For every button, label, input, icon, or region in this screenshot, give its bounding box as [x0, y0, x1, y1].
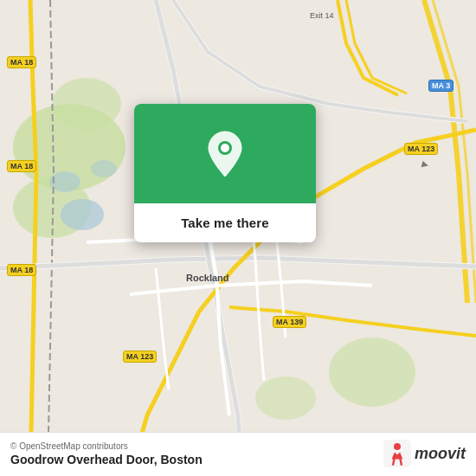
svg-point-6 — [91, 160, 117, 177]
town-label: Rockland — [186, 273, 229, 283]
location-pin-icon — [204, 130, 246, 178]
popup-card: Take me there — [134, 104, 316, 242]
road-badge-ma139: MA 139 — [273, 316, 306, 328]
place-title: Goodrow Overhead Door, Boston — [10, 453, 203, 466]
bottom-bar: © OpenStreetMap contributors Goodrow Ove… — [0, 432, 476, 476]
svg-point-10 — [221, 144, 229, 152]
map-container: MA 18 MA 18 MA 18 MA 123 MA 123 MA 139 M… — [0, 0, 476, 476]
svg-point-3 — [52, 78, 121, 130]
road-badge-ma18-bot: MA 18 — [7, 264, 36, 276]
svg-point-12 — [394, 443, 401, 450]
road-badge-ma123-bot: MA 123 — [123, 351, 157, 363]
popup-green-area — [134, 104, 316, 203]
svg-point-4 — [61, 199, 104, 230]
road-badge-ma18-mid: MA 18 — [7, 160, 36, 172]
moovit-icon — [383, 440, 411, 467]
exit-label: Exit 14 — [310, 11, 334, 20]
svg-point-7 — [329, 338, 415, 407]
road-badge-ma3: MA 3 — [428, 80, 453, 92]
attribution-text: © OpenStreetMap contributors — [10, 441, 203, 451]
road-badge-ma123-right: MA 123 — [404, 143, 438, 155]
svg-point-8 — [255, 376, 316, 420]
road-badge-ma18-top: MA 18 — [7, 56, 36, 68]
moovit-text: moovit — [415, 445, 466, 463]
moovit-logo: moovit — [383, 440, 466, 467]
take-me-there-button[interactable]: Take me there — [134, 203, 316, 242]
bottom-left: © OpenStreetMap contributors Goodrow Ove… — [10, 441, 203, 466]
